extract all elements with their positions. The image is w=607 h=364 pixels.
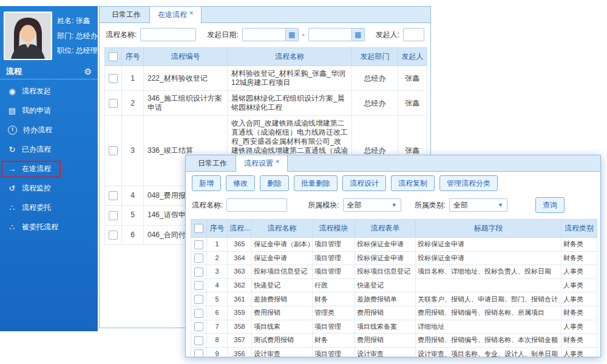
tab-process-settings[interactable]: 流程设置 ×: [236, 155, 288, 172]
select-all-checkbox[interactable]: [194, 224, 203, 233]
module-select[interactable]: 全部 ▼: [343, 198, 401, 212]
filter-bar: 流程名称: 所属模块: 全部 ▼ 所属类别: 全部 ▼ 查询: [186, 192, 600, 218]
row-checkbox[interactable]: [109, 191, 118, 200]
date-from-input[interactable]: [243, 29, 285, 40]
cell-name: 保证金申请（副本）: [252, 238, 313, 252]
tab-label: 流程设置: [244, 158, 273, 169]
add-button[interactable]: 新增: [192, 175, 221, 191]
cell-form: 费用报销: [355, 306, 416, 320]
row-checkbox[interactable]: [194, 349, 203, 357]
row-checkbox[interactable]: [194, 281, 203, 290]
table-row: 1 365 保证金申请（副本） 项目管理 投标保证金申请 投标保证金申请 财务类: [191, 238, 597, 252]
cell-form: 投标保证金申请: [355, 251, 416, 265]
cell-module: 财务: [313, 292, 355, 306]
col-header-no: 序号: [207, 220, 228, 238]
cell-category: 人事类: [561, 278, 597, 292]
sidebar-item-label: 流程监控: [22, 183, 51, 194]
row-checkbox[interactable]: [194, 322, 203, 331]
broadcast-icon: ◉: [7, 87, 17, 96]
row-checkbox[interactable]: [194, 309, 203, 318]
tab-daily-work[interactable]: 日常工作: [189, 155, 236, 172]
cell-no: 7: [207, 320, 228, 334]
cell-no: 6: [122, 225, 144, 244]
sidebar-item-label: 流程发起: [22, 86, 51, 96]
cell-name: 差旅费报销: [252, 292, 313, 306]
row-checkbox[interactable]: [109, 231, 118, 240]
cell-form: 设计审查: [355, 347, 416, 357]
calendar-icon[interactable]: ▦: [285, 28, 298, 41]
tab-in-transit[interactable]: 在途流程 ×: [149, 6, 202, 23]
col-header-process-name: 流程名称: [252, 220, 313, 238]
cell-code: 361: [228, 292, 252, 306]
cell-no: 1: [207, 238, 228, 252]
row-checkbox[interactable]: [194, 254, 203, 263]
col-header-initiator: 发起人: [398, 48, 427, 66]
cell-code: 363: [228, 265, 252, 279]
row-checkbox[interactable]: [109, 99, 118, 108]
process-name-input[interactable]: [226, 198, 287, 212]
row-checkbox[interactable]: [194, 336, 203, 345]
sitemap-icon: ∴: [7, 203, 17, 212]
sidebar-item-delegated-processes[interactable]: ∴ 被委托流程: [0, 217, 98, 237]
category-select[interactable]: 全部 ▼: [449, 198, 507, 212]
cell-title-field: 关联客户、报销人、申请日期、部门、报销合计: [416, 292, 561, 306]
batch-delete-button[interactable]: 批量删除: [294, 175, 337, 191]
cell-dept: 总经办: [352, 91, 398, 116]
col-header-module: 流程模块: [313, 220, 355, 238]
delete-button[interactable]: 删除: [260, 175, 289, 191]
tab-daily-work[interactable]: 日常工作: [103, 6, 149, 23]
settings-gear-icon[interactable]: ⚙: [84, 67, 92, 76]
sidebar-item-in-transit-processes[interactable]: → 在途流程: [0, 159, 98, 178]
cell-code: 357: [228, 334, 252, 348]
process-design-button[interactable]: 流程设计: [342, 175, 386, 191]
modify-button[interactable]: 修改: [226, 175, 255, 191]
row-checkbox[interactable]: [109, 211, 118, 220]
process-name-input[interactable]: [140, 28, 196, 41]
table-row: 6 359 费用报销 管理类 费用报销 费用报销、报销编号、报销名称、所属项目 …: [191, 306, 597, 320]
table-row: 7 358 项目线索 项目管理 项目线索备案 详细地址 人事类: [191, 320, 597, 334]
calendar-icon[interactable]: ▦: [351, 28, 364, 41]
col-header-process-code: 流程编号: [144, 48, 228, 66]
process-copy-button[interactable]: 流程复制: [391, 175, 435, 191]
table-row: 2 346_施工组织设计方案申请 晨铭园林绿化工程组织设计方案_晨铭园林绿化工程…: [105, 91, 427, 116]
sidebar-item-process-monitor[interactable]: ↺ 流程监控: [0, 178, 98, 198]
user-photo-icon: [5, 13, 51, 59]
sidebar-item-label: 我的申请: [22, 106, 51, 116]
sidebar-item-process-delegation[interactable]: ∴ 流程委托: [0, 198, 98, 217]
close-tab-icon[interactable]: ×: [276, 158, 279, 164]
sidebar-item-my-applications[interactable]: ▤ 我的申请: [0, 101, 98, 120]
row-checkbox[interactable]: [109, 74, 118, 83]
sidebar-item-label: 流程委托: [22, 203, 51, 213]
cell-name: 晨铭园林绿化工程组织设计方案_晨铭园林绿化工程: [228, 91, 352, 116]
start-date-label: 发起日期:: [207, 30, 238, 40]
sidebar-item-completed-processes[interactable]: ↻ 已办流程: [0, 140, 98, 159]
row-checkbox[interactable]: [109, 146, 118, 155]
user-avatar: [4, 12, 52, 60]
user-profile: 姓名: 张鑫 部门: 总经办 职位: 总经理: [0, 6, 98, 64]
sidebar-item-process-start[interactable]: ◉ 流程发起: [0, 81, 98, 101]
select-all-checkbox[interactable]: [109, 52, 118, 61]
manage-category-button[interactable]: 管理流程分类: [439, 175, 498, 191]
user-position: 职位: 总经理: [57, 46, 98, 56]
category-label: 所属类别:: [415, 200, 446, 211]
document-icon: ▤: [7, 106, 17, 115]
sidebar-item-label: 在途流程: [22, 164, 51, 174]
cell-dept: 总经办: [352, 66, 398, 91]
search-button[interactable]: 查询: [535, 197, 565, 213]
table-header-row: 序号 流程编号 流程名称 发起部门 发起人: [105, 48, 427, 66]
initiator-input[interactable]: [403, 28, 424, 41]
close-tab-icon[interactable]: ×: [189, 10, 193, 16]
cell-no: 2: [207, 251, 228, 265]
sidebar-item-pending-processes[interactable]: ! 待办流程: [0, 120, 98, 140]
row-checkbox[interactable]: [194, 295, 203, 304]
sidebar: 姓名: 张鑫 部门: 总经办 职位: 总经理 流程 ⚙ ◉ 流程发起 ▤ 我的申…: [0, 6, 98, 331]
table-row: 3 363 投标项目信息登记 项目管理 投标项目信息登记 项目名称、详细地址、投…: [191, 265, 597, 279]
cell-module: 项目管理: [313, 265, 355, 279]
cell-name: 材料验收登记_材料采购_张鑫_华润12城房建工程项目: [228, 66, 352, 91]
row-checkbox[interactable]: [194, 268, 203, 277]
tab-label: 日常工作: [198, 158, 227, 169]
date-to-input[interactable]: [309, 29, 351, 40]
module-label: 所属模块:: [308, 200, 339, 211]
sidebar-item-label: 被委托流程: [22, 222, 58, 232]
row-checkbox[interactable]: [194, 240, 203, 249]
